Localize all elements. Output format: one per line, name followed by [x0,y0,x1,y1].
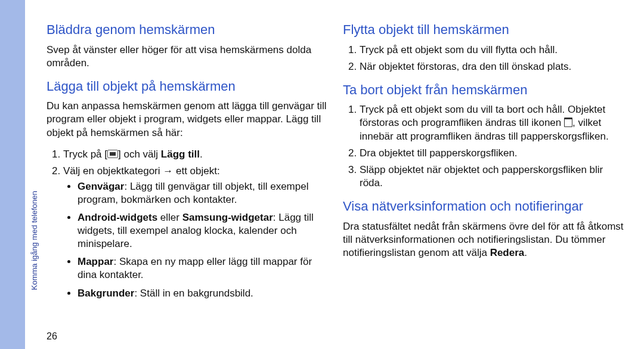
list-item: Tryck på ett objekt som du vill flytta o… [360,44,625,57]
list-item: Bakgrunder: Ställ in en bakgrundsbild. [78,287,329,300]
list-item: Välj en objektkategori → ett objekt: Gen… [63,165,329,300]
list-item: När objektet förstoras, dra den till öns… [360,60,625,73]
list-item: Dra objektet till papperskorgsfliken. [360,147,625,160]
list-item: Tryck på ett objekt som du vill ta bort … [360,103,625,143]
heading-move-objects: Flytta objekt till hemskärmen [343,21,625,39]
list-item: Genvägar: Lägg till genvägar till objekt… [78,180,329,206]
list-item: Android-widgets eller Samsung-widgetar: … [78,211,329,251]
page-sidebar-band [0,0,25,349]
bullet-list-categories: Genvägar: Lägg till genvägar till objekt… [63,180,329,300]
paragraph: Du kan anpassa hemskärmen genom att lägg… [47,100,329,139]
heading-remove-objects: Ta bort objekt från hemskärmen [343,82,625,99]
list-item: Mappar: Skapa en ny mapp eller lägg till… [78,255,329,282]
list-item: Släpp objektet när objektet och pappersk… [360,163,625,190]
page-number: 26 [47,331,57,342]
page-content: Bläddra genom hemskärmen Svep åt vänster… [47,21,625,349]
trash-icon [564,118,572,127]
heading-browse-home: Bläddra genom hemskärmen [47,21,329,39]
paragraph: Dra statusfältet nedåt från skärmens övr… [343,220,625,260]
sidebar-section-label: Komma igång med telefonen [30,191,39,290]
paragraph: Svep åt vänster eller höger för att visa… [47,44,329,70]
ordered-list-move: Tryck på ett objekt som du vill flytta o… [343,44,625,73]
heading-add-objects: Lägga till objekt på hemskärmen [47,78,329,95]
list-item: Tryck på [] och välj Lägg till. [63,148,329,161]
home-button-icon [107,150,118,158]
ordered-list-add: Tryck på [] och välj Lägg till. Välj en … [47,148,329,300]
ordered-list-remove: Tryck på ett objekt som du vill ta bort … [343,103,625,190]
heading-network-info: Visa nätverksinformation och notifiering… [343,198,625,215]
